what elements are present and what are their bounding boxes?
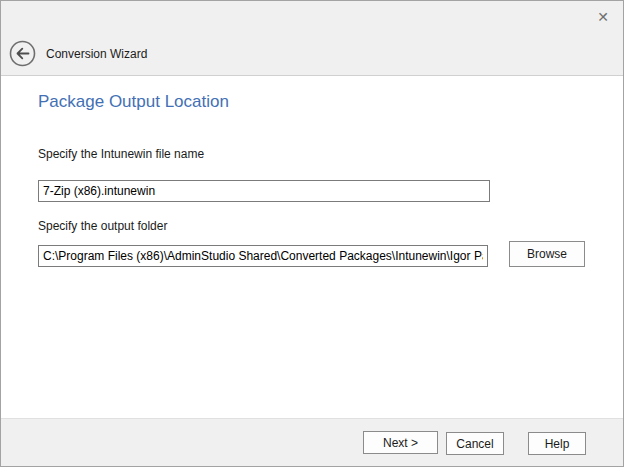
output-folder-input[interactable] [38,245,488,267]
browse-button[interactable]: Browse [509,241,585,267]
intunewin-filename-input[interactable] [38,180,490,202]
wizard-header: ✕ Conversion Wizard [1,1,623,76]
intunewin-filename-label: Specify the Intunewin file name [38,147,204,161]
output-folder-label: Specify the output folder [38,219,167,233]
close-icon[interactable]: ✕ [591,6,615,28]
back-row: Conversion Wizard [9,40,147,67]
cancel-button[interactable]: Cancel [446,432,504,455]
help-button[interactable]: Help [528,432,586,455]
wizard-title: Conversion Wizard [46,47,147,61]
next-button[interactable]: Next > [363,431,438,454]
page-title: Package Output Location [38,92,229,112]
conversion-wizard-window: ✕ Conversion Wizard Package Output Locat… [0,0,624,467]
back-button[interactable] [9,40,36,67]
back-arrow-circle-icon [9,55,36,70]
wizard-footer: Next > Cancel Help [1,418,623,466]
